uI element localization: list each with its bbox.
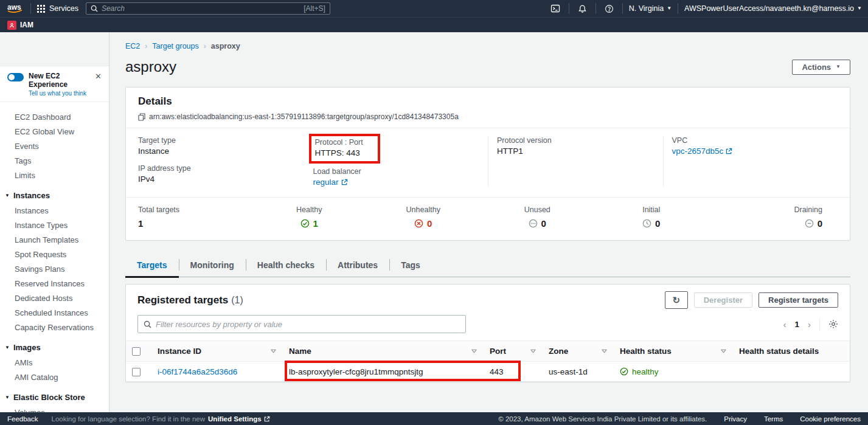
- sidebar-section-images[interactable]: ▼ Images: [0, 340, 109, 355]
- cookie-preferences-link[interactable]: Cookie preferences: [800, 415, 861, 423]
- sidebar-item-ec2-global-view[interactable]: EC2 Global View: [0, 124, 109, 139]
- sidebar-item-tags[interactable]: Tags: [0, 153, 109, 168]
- details-column-1: Target type Instance IP address type IPv…: [138, 136, 313, 187]
- tab-tags[interactable]: Tags: [389, 254, 432, 277]
- tab-attributes[interactable]: Attributes: [326, 254, 389, 277]
- region-selector[interactable]: N. Virginia ▼: [629, 4, 672, 13]
- actions-button[interactable]: Actions ▼: [792, 60, 850, 75]
- column-header-zone[interactable]: Zone: [543, 341, 614, 362]
- feedback-link[interactable]: Feedback: [7, 415, 38, 423]
- sidebar-item-scheduled-instances[interactable]: Scheduled Instances: [0, 305, 109, 320]
- sidebar-item-amis[interactable]: AMIs: [0, 355, 109, 370]
- sidebar-item-reserved-instances[interactable]: Reserved Instances: [0, 276, 109, 291]
- vpc-link[interactable]: vpc-2657db5c: [672, 147, 733, 156]
- table-header-row: Instance ID Name: [126, 341, 850, 362]
- terms-link[interactable]: Terms: [764, 415, 783, 423]
- gear-icon[interactable]: [828, 319, 838, 329]
- copy-icon[interactable]: [138, 113, 145, 121]
- filter-triangle-icon[interactable]: [530, 348, 536, 354]
- tab-monitoring[interactable]: Monitoring: [179, 254, 246, 277]
- favorite-iam[interactable]: IAM: [7, 21, 33, 30]
- filter-field[interactable]: [137, 315, 466, 333]
- help-icon[interactable]: [602, 4, 616, 13]
- breadcrumb-ec2[interactable]: EC2: [125, 42, 140, 50]
- stat-healthy: Healthy 1: [252, 206, 367, 230]
- global-search[interactable]: [Alt+S]: [86, 2, 330, 15]
- sidebar-item-spot-requests[interactable]: Spot Requests: [0, 247, 109, 261]
- filter-triangle-icon[interactable]: [270, 348, 277, 354]
- filter-input[interactable]: [156, 320, 460, 329]
- page-content: EC2 › Target groups › asproxy asproxy Ac…: [109, 32, 868, 412]
- topbar-main-row: aws Services [Alt+S]: [0, 0, 868, 17]
- close-icon[interactable]: ✕: [94, 72, 103, 97]
- registered-targets-table: Instance ID Name: [126, 340, 850, 382]
- notifications-bell-icon[interactable]: [575, 4, 589, 13]
- select-all-checkbox[interactable]: [132, 347, 141, 356]
- stat-unused: Unused 0: [481, 206, 595, 230]
- sidebar-section-elastic-block-store[interactable]: ▼ Elastic Block Store: [0, 390, 109, 405]
- next-page-icon[interactable]: ›: [808, 320, 811, 329]
- favorite-iam-label: IAM: [20, 21, 33, 29]
- banner-feedback-link[interactable]: Tell us what you think: [29, 90, 89, 97]
- services-menu-button[interactable]: Services: [37, 4, 78, 13]
- row-checkbox[interactable]: [132, 368, 141, 376]
- instance-id-cell: i-06f1744a6a25d36d6: [151, 362, 283, 381]
- column-header-instance-id[interactable]: Instance ID: [151, 341, 283, 362]
- sidebar-item-ec2-dashboard[interactable]: EC2 Dashboard: [0, 109, 109, 124]
- sidebar-item-events[interactable]: Events: [0, 139, 109, 153]
- page-number[interactable]: 1: [794, 320, 799, 329]
- target-health-summary: Total targets 1 Healthy 1 Unhealthy: [126, 197, 850, 240]
- iam-service-icon: [7, 21, 16, 30]
- svg-text:aws: aws: [7, 3, 21, 12]
- privacy-link[interactable]: Privacy: [724, 415, 747, 423]
- stat-draining: Draining 0: [709, 206, 823, 230]
- external-link-icon: [726, 148, 732, 154]
- sidebar-item-launch-templates[interactable]: Launch Templates: [0, 232, 109, 247]
- sidebar-section-instances[interactable]: ▼ Instances: [0, 188, 109, 203]
- registered-targets-title: Registered targets: [137, 294, 228, 306]
- details-fields: Target type Instance IP address type IPv…: [126, 128, 850, 197]
- details-header: Details arn:aws:elasticloadbalancing:us-…: [126, 88, 850, 128]
- stat-initial: Initial 0: [594, 206, 709, 230]
- sidebar-item-capacity-reservations[interactable]: Capacity Reservations: [0, 320, 109, 334]
- sidebar-item-instance-types[interactable]: Instance Types: [0, 218, 109, 232]
- account-menu[interactable]: AWSPowerUserAccess/navaneeth.kn@harness.…: [684, 4, 862, 13]
- banner-title: New EC2 Experience: [29, 72, 89, 89]
- sidebar-item-dedicated-hosts[interactable]: Dedicated Hosts: [0, 291, 109, 305]
- sidebar-item-savings-plans[interactable]: Savings Plans: [0, 261, 109, 276]
- filter-triangle-icon[interactable]: [471, 348, 477, 354]
- register-targets-button[interactable]: Register targets: [759, 292, 838, 308]
- new-experience-toggle[interactable]: [7, 73, 24, 81]
- load-balancer-link[interactable]: regular: [313, 178, 348, 187]
- search-input[interactable]: [102, 4, 300, 13]
- instance-id-link[interactable]: i-06f1744a6a25d36d6: [158, 367, 237, 376]
- clock-circle-icon: [642, 219, 651, 228]
- column-header-name[interactable]: Name: [283, 341, 484, 362]
- column-header-health-status[interactable]: Health status: [614, 341, 733, 362]
- zone-cell: us-east-1d: [543, 362, 614, 381]
- tab-targets[interactable]: Targets: [125, 254, 179, 277]
- external-link-icon: [341, 179, 348, 185]
- field-target-type: Target type Instance: [138, 136, 305, 156]
- deregister-button[interactable]: Deregister: [694, 292, 752, 308]
- filter-triangle-icon[interactable]: [601, 348, 608, 354]
- unified-settings-link[interactable]: Unified Settings: [208, 415, 270, 423]
- sidebar-item-instances[interactable]: Instances: [0, 203, 109, 218]
- sidebar-item-ami-catalog[interactable]: AMI Catalog: [0, 370, 109, 384]
- sidebar-item-volumes[interactable]: Volumes: [0, 405, 109, 412]
- tab-health-checks[interactable]: Health checks: [246, 254, 326, 277]
- filter-triangle-icon[interactable]: [720, 348, 727, 354]
- cloudshell-icon[interactable]: [548, 4, 563, 13]
- console-footer: Feedback Looking for language selection?…: [0, 412, 868, 425]
- previous-page-icon[interactable]: ‹: [783, 320, 786, 329]
- arn-value: arn:aws:elasticloadbalancing:us-east-1:3…: [149, 112, 459, 121]
- refresh-button[interactable]: ↻: [665, 291, 688, 309]
- column-header-port[interactable]: Port: [484, 341, 543, 362]
- select-all-header[interactable]: [126, 341, 151, 362]
- aws-logo[interactable]: aws: [6, 2, 24, 15]
- external-link-icon: [264, 416, 270, 422]
- sidebar-item-limits[interactable]: Limits: [0, 168, 109, 182]
- stat-unhealthy: Unhealthy 0: [366, 206, 481, 230]
- breadcrumb-target-groups[interactable]: Target groups: [152, 42, 198, 50]
- details-panel: Details arn:aws:elasticloadbalancing:us-…: [125, 87, 850, 241]
